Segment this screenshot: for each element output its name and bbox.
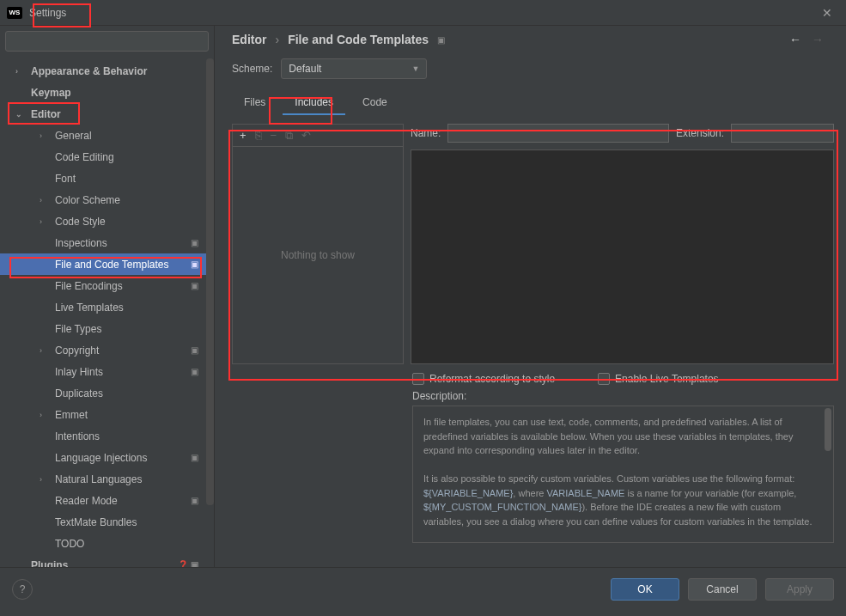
tree-item-label: Language Injections [55,452,147,464]
tree-item-label: Code Editing [55,151,114,163]
tree-item[interactable]: ›Language Injections▣ [0,447,214,468]
search-input[interactable] [5,31,209,52]
cancel-button[interactable]: Cancel [688,578,757,601]
scope-badge-icon: ▣ [191,259,198,269]
undo-button: ↶ [301,129,311,142]
scope-badge-icon: ▣ [191,238,198,247]
remove-button: − [271,129,277,142]
app-badge-icon: WS [7,7,22,19]
tree-item-label: Inspections [55,237,107,249]
settings-tree[interactable]: ›Appearance & Behavior›Keymap⌄Editor›Gen… [0,57,214,567]
apply-button[interactable]: Apply [765,578,834,601]
tree-item[interactable]: ›Appearance & Behavior [0,60,214,82]
help-button[interactable]: ? [12,579,33,600]
tree-item-label: Appearance & Behavior [31,65,147,77]
chevron-icon: › [40,411,52,419]
live-templates-label: Enable Live Templates [615,373,719,385]
tree-item[interactable]: ›Intentions [0,425,214,447]
tree-item-label: Font [55,173,76,185]
chevron-icon: › [40,196,52,204]
extension-label: Extension: [676,127,724,139]
tree-item[interactable]: ›TextMate Bundles [0,511,214,533]
tree-item-label: TODO [55,538,84,550]
tree-item[interactable]: ›Duplicates [0,382,214,404]
close-button[interactable]: ✕ [815,4,839,21]
tree-item-label: Inlay Hints [55,366,103,378]
tree-item[interactable]: ›General [0,125,214,146]
tree-item[interactable]: ›Live Templates [0,296,214,318]
tree-item-label: Intentions [55,430,100,442]
breadcrumb: Editor › File and Code Templates ▣ ← → [220,26,846,53]
scope-badge-icon: ▣ [191,496,198,505]
breadcrumb-part: File and Code Templates [288,33,429,46]
scope-badge-icon: ❓ ▣ [178,560,198,567]
tree-item[interactable]: ›TODO [0,533,214,554]
template-editor[interactable] [411,149,834,364]
nav-back-button[interactable]: ← [789,33,801,46]
tree-item[interactable]: ›Natural Languages [0,468,214,490]
tab-code[interactable]: Code [350,93,399,115]
sidebar-scrollbar[interactable] [206,58,214,505]
empty-list-label: Nothing to show [233,147,403,363]
scope-badge-icon: ▣ [191,345,198,355]
tree-item-label: Keymap [31,87,71,99]
tab-files[interactable]: Files [232,93,277,115]
tree-item[interactable]: ›Inlay Hints▣ [0,361,214,382]
copy-template-button: ⧉ [285,129,293,143]
tree-item-label: Natural Languages [55,473,142,485]
extension-input[interactable] [731,124,834,143]
tab-includes[interactable]: Includes [283,93,345,115]
ok-button[interactable]: OK [611,578,679,601]
copy-button: ⎘ [255,129,262,142]
chevron-icon: › [40,217,52,226]
window-title: Settings [29,7,66,19]
name-label: Name: [411,127,441,139]
description-label: Description: [400,390,846,406]
tree-item[interactable]: ›Color Scheme [0,189,214,210]
tree-item[interactable]: ⌄Editor [0,103,214,125]
description-scrollbar[interactable] [825,408,831,451]
tree-item-label: General [55,130,92,142]
tree-item[interactable]: ›Code Style [0,210,214,232]
tree-item[interactable]: ›Plugins❓ ▣ [0,554,214,567]
tree-item[interactable]: ›Keymap [0,82,214,103]
checkbox-icon [412,373,424,385]
tree-item-label: TextMate Bundles [55,516,137,528]
scope-badge-icon: ▣ [191,281,198,290]
tree-item[interactable]: ›Emmet [0,404,214,425]
scope-badge-icon: ▣ [437,35,445,45]
tree-item[interactable]: ›Reader Mode▣ [0,490,214,511]
tree-item[interactable]: ›Copyright▣ [0,339,214,361]
chevron-icon: › [40,131,52,140]
tree-item-label: Copyright [55,345,99,357]
tree-item-label: Color Scheme [55,194,120,206]
tree-item-label: Duplicates [55,387,103,399]
description-box: In file templates, you can use text, cod… [412,406,834,543]
chevron-down-icon: ▼ [411,64,419,73]
chevron-icon: › [40,475,52,484]
tree-item[interactable]: ›File Types [0,318,214,339]
tree-item[interactable]: ›File and Code Templates▣ [0,253,214,275]
scheme-select[interactable]: Default ▼ [281,58,427,79]
scheme-label: Scheme: [232,63,272,75]
nav-forward-button[interactable]: → [812,33,824,46]
breadcrumb-part: Editor [232,33,266,46]
reformat-label: Reformat according to style [429,373,555,385]
chevron-right-icon: › [275,33,279,46]
tree-item-label: Editor [31,108,61,120]
name-input[interactable] [447,124,669,143]
chevron-icon: › [15,67,27,76]
tree-item[interactable]: ›Code Editing [0,146,214,168]
tree-item[interactable]: ›File Encodings▣ [0,275,214,296]
chevron-icon: › [40,346,52,355]
scope-badge-icon: ▣ [191,453,198,462]
tree-item-label: File Types [55,323,101,335]
live-templates-checkbox[interactable]: Enable Live Templates [598,373,719,385]
tree-item[interactable]: ›Inspections▣ [0,232,214,253]
tree-item-label: Reader Mode [55,495,118,507]
tree-item[interactable]: ›Font [0,168,214,189]
tree-item-label: Code Style [55,216,106,228]
add-button[interactable]: + [240,129,246,142]
reformat-checkbox[interactable]: Reformat according to style [412,373,555,385]
scope-badge-icon: ▣ [191,367,198,376]
